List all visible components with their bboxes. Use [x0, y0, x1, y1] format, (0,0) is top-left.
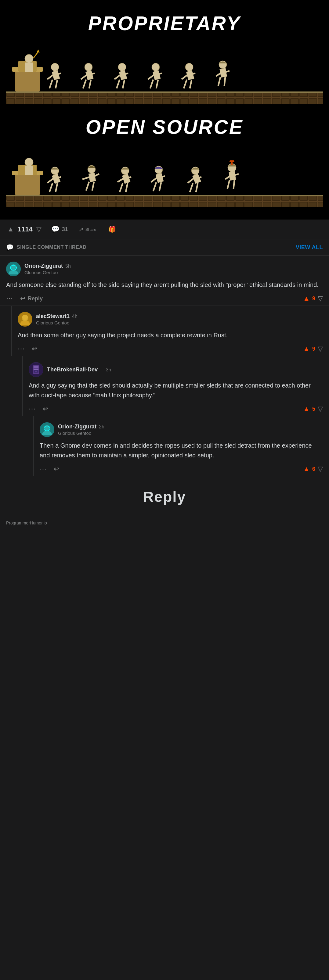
- svg-point-101: [22, 315, 29, 321]
- comment-1-flair: Glorious Gentoo: [24, 270, 71, 275]
- comment-3-reply-button[interactable]: ↩: [43, 405, 48, 412]
- comment-2-upvote-icon: ▲: [303, 345, 310, 353]
- svg-line-22: [117, 80, 120, 88]
- comment-group: 💬 31: [51, 225, 68, 233]
- upvote-button[interactable]: ▲: [6, 224, 15, 234]
- meme-proprietary-section: PROPRIETARY: [6, 12, 323, 104]
- svg-marker-7: [37, 49, 40, 52]
- svg-line-74: [153, 182, 156, 191]
- comment-1-upvote-icon: ▲: [303, 294, 310, 302]
- comment-4-vote-actions: ▲ 6 ▽: [303, 465, 323, 473]
- svg-line-58: [47, 178, 53, 183]
- comment-2-downvote-icon: ▽: [318, 345, 323, 353]
- reply-large-button[interactable]: Reply: [143, 488, 186, 505]
- svg-line-75: [159, 182, 161, 191]
- thread-label: SINGLE COMMENT THREAD: [17, 245, 86, 250]
- comment-2-header: alecStewart14h Glorious Gentoo: [18, 312, 323, 326]
- svg-rect-48: [6, 195, 323, 196]
- svg-line-6: [34, 52, 38, 58]
- comment-2-reply-button[interactable]: ↩: [32, 345, 37, 353]
- svg-line-70: [118, 178, 124, 182]
- comment-4-user-info: Orion-Ziggurat2h Glorious Gentoo: [58, 423, 104, 436]
- comment-1: Orion-Ziggurat5h Glorious Gentoo And som…: [0, 256, 329, 306]
- view-all-button[interactable]: VIEW ALL: [296, 244, 323, 251]
- svg-line-12: [47, 75, 53, 79]
- footer-brand: ProgrammerHumor.io: [0, 517, 329, 528]
- opensource-scene: [6, 146, 323, 207]
- comment-3-upvote-icon: ▲: [303, 405, 310, 413]
- comment-1-reply-button[interactable]: ↩ Reply: [20, 295, 43, 302]
- share-button[interactable]: ↗ Share: [77, 224, 98, 235]
- svg-line-88: [227, 180, 230, 189]
- comment-4-reply-button[interactable]: ↩: [54, 465, 59, 473]
- svg-line-56: [50, 183, 53, 192]
- downvote-button[interactable]: ▽: [35, 224, 43, 234]
- svg-line-76: [151, 177, 157, 182]
- svg-point-8: [51, 63, 59, 71]
- upvote-count: 1114: [18, 225, 33, 233]
- comment-3-user-info: TheBrokenRail-Dev · 3h: [47, 366, 111, 373]
- comment-1-downvote-icon: ▽: [318, 294, 323, 302]
- comment-1-time: 5h: [65, 263, 71, 269]
- comment-count: 31: [62, 226, 68, 233]
- meme-bottom-title: OPEN SOURCE: [86, 116, 244, 138]
- comment-1-vote-actions: ▲ 9 ▽: [303, 294, 323, 302]
- svg-rect-53: [25, 166, 33, 175]
- comment-4: Orion-Ziggurat2h Glorious Gentoo Then a …: [33, 416, 329, 476]
- comment-icon: 💬: [51, 225, 59, 233]
- svg-line-57: [56, 183, 57, 192]
- svg-line-34: [184, 80, 187, 88]
- svg-rect-1: [15, 70, 40, 91]
- brand-label: ProgrammerHumor.io: [6, 520, 47, 525]
- comment-2-user-info: alecStewart14h Glorious Gentoo: [36, 313, 78, 325]
- reply-label: Reply: [28, 296, 43, 302]
- svg-line-23: [123, 80, 125, 88]
- share-label: Share: [85, 227, 96, 232]
- comment-2-username: alecStewart14h: [36, 313, 78, 320]
- svg-line-62: [86, 182, 89, 191]
- comment-4-username: Orion-Ziggurat2h: [58, 423, 104, 430]
- comment-4-upvote-count: 6: [312, 466, 315, 473]
- svg-line-35: [190, 80, 192, 88]
- meme-container: PROPRIETARY: [0, 0, 329, 220]
- post-actions-bar: ▲ 1114 ▽ 💬 31 ↗ Share 🎁: [0, 220, 329, 239]
- comment-3-username: TheBrokenRail-Dev · 3h: [47, 366, 111, 373]
- svg-line-10: [50, 80, 53, 88]
- award-button[interactable]: 🎁: [107, 224, 118, 235]
- share-icon: ↗: [78, 226, 84, 233]
- svg-rect-104: [34, 366, 36, 368]
- comment-4-header: Orion-Ziggurat2h Glorious Gentoo: [40, 422, 323, 437]
- comments-section: Orion-Ziggurat5h Glorious Gentoo And som…: [0, 256, 329, 476]
- thread-icon: 💬: [6, 243, 14, 251]
- svg-line-36: [182, 75, 188, 79]
- reply-large-area: Reply: [0, 476, 329, 517]
- svg-line-82: [188, 178, 194, 183]
- svg-rect-47: [6, 93, 323, 104]
- comment-3-actions: ⋯ ↩ ▲ 5 ▽: [29, 405, 323, 413]
- comment-1-user-info: Orion-Ziggurat5h Glorious Gentoo: [24, 263, 71, 275]
- comment-1-more-button[interactable]: ⋯: [6, 294, 13, 302]
- meme-top-title: PROPRIETARY: [88, 12, 241, 35]
- svg-line-18: [81, 75, 87, 79]
- svg-line-80: [190, 183, 193, 192]
- comment-2-more-button[interactable]: ⋯: [18, 345, 24, 353]
- comment-thread-banner: 💬 SINGLE COMMENT THREAD VIEW ALL: [0, 239, 329, 256]
- svg-rect-95: [6, 196, 323, 207]
- comment-2-vote-actions: ▲ 9 ▽: [303, 345, 323, 353]
- svg-rect-86: [230, 161, 235, 162]
- svg-line-69: [126, 183, 128, 192]
- reply-3-icon: ↩: [43, 405, 48, 412]
- svg-line-68: [120, 183, 123, 192]
- vote-group: ▲ 1114 ▽: [6, 224, 43, 234]
- comment-4-flair: Glorious Gentoo: [58, 431, 104, 436]
- svg-line-81: [196, 183, 198, 192]
- svg-line-40: [218, 77, 220, 86]
- svg-rect-105: [36, 366, 38, 368]
- svg-point-26: [152, 63, 160, 71]
- svg-rect-5: [25, 62, 33, 72]
- reply-2-icon: ↩: [32, 345, 37, 353]
- comment-3-more-button[interactable]: ⋯: [29, 405, 35, 413]
- comment-2-flair: Glorious Gentoo: [36, 320, 78, 325]
- comment-4-more-button[interactable]: ⋯: [40, 465, 46, 473]
- comment-2-body: And then some other guy saying the proje…: [18, 330, 323, 340]
